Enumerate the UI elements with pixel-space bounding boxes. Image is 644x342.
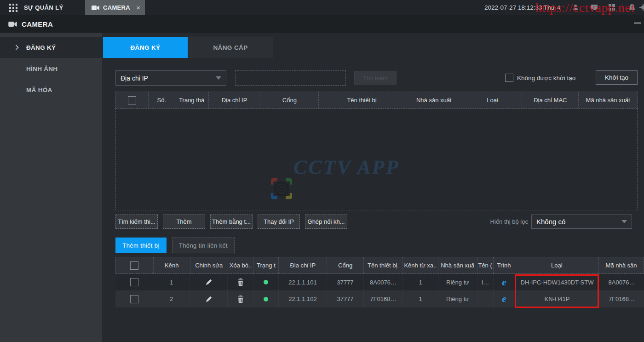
camera-icon xyxy=(8,21,17,27)
col-type: Loại xyxy=(463,92,522,108)
chevron-right-icon xyxy=(15,45,19,50)
ie-browser-icon[interactable]: e xyxy=(502,278,506,287)
cell-remote-channel: 1 xyxy=(402,274,438,290)
cell-device-name: 7F0168… xyxy=(363,290,402,307)
minimize-icon[interactable] xyxy=(634,23,641,23)
tab-register-label: ĐĂNG KÝ xyxy=(130,44,160,51)
tab-upgrade[interactable]: NÂNG CẤP xyxy=(188,37,273,58)
row-checkbox[interactable] xyxy=(130,278,138,286)
col-port: Cổng xyxy=(327,257,363,273)
col-vendor-code: Mã nhà sản xuất xyxy=(578,92,637,108)
cell-status xyxy=(253,274,278,290)
cell-port: 37777 xyxy=(327,290,363,307)
window-header: CAMERA xyxy=(0,15,644,33)
select-all-cell xyxy=(116,92,148,108)
sidebar-item-encode[interactable]: MÃ HÓA xyxy=(0,79,102,100)
select-all-checkbox[interactable] xyxy=(130,261,138,270)
col-device-name: Tên thiết bị. xyxy=(363,257,402,273)
status-online-dot xyxy=(264,280,268,284)
col-port: Cổng xyxy=(260,92,318,108)
cell-status xyxy=(253,290,278,307)
col-status: Trạng thá xyxy=(175,92,208,108)
tab-upgrade-label: NÂNG CẤP xyxy=(213,44,247,51)
trash-icon[interactable] xyxy=(237,296,244,303)
col-remote-channel: Kênh từ xa.. xyxy=(402,257,438,273)
col-delete: Xóa bỏ.. xyxy=(228,257,253,273)
cell-ip: 22.1.1.102 xyxy=(278,290,327,307)
cell-web-browse: e xyxy=(493,274,515,290)
cell-delete xyxy=(227,274,253,290)
button-label: Ghép nối kh... xyxy=(308,218,345,225)
sidebar-item-register[interactable]: ĐĂNG KÝ xyxy=(0,37,102,58)
search-button[interactable]: Tìm kiếm xyxy=(354,71,397,85)
trash-icon[interactable] xyxy=(237,278,244,286)
tab-camera-top[interactable]: CAMERA × xyxy=(85,0,145,15)
settings-icon[interactable] xyxy=(639,4,644,11)
col-edit: Chỉnh sửa xyxy=(190,257,228,273)
chevron-down-icon xyxy=(621,220,627,223)
cell-manufacturer: Riêng tư xyxy=(438,290,477,307)
window-title: CAMERA xyxy=(22,20,53,28)
modify-ip-button[interactable]: Thay đổi IP xyxy=(258,214,300,229)
cell-manufacturer: Riêng tư xyxy=(438,274,477,290)
col-type: Loại xyxy=(515,257,599,273)
manual-add-button[interactable]: Thêm bằng t... xyxy=(210,214,253,229)
col-manufacturer: Nhà sản xuấ xyxy=(438,257,477,273)
home-menu[interactable]: SỰ QUẢN LÝ xyxy=(0,4,85,12)
col-status: Trạng t xyxy=(253,257,278,273)
uninitialized-checkbox[interactable] xyxy=(505,74,513,82)
sidebar: ĐĂNG KÝ HÌNH ẢNH MÃ HÓA xyxy=(0,33,102,342)
button-label: Thêm xyxy=(176,218,191,225)
tab-added-device[interactable]: Thêm thiết bị xyxy=(115,238,167,253)
search-type-dropdown[interactable]: Địa chỉ IP xyxy=(115,70,226,86)
button-label: Tìm kiếm thi... xyxy=(118,218,155,225)
cell-device-name: 8A0076… xyxy=(363,274,402,290)
status-online-dot xyxy=(264,297,268,301)
col-user: Tên ( xyxy=(477,257,493,273)
cell-remote-channel: 1 xyxy=(402,290,438,307)
cell-port: 37777 xyxy=(327,274,363,290)
device-table-body xyxy=(115,109,638,210)
initialize-button-label: Khởi tạo xyxy=(605,74,628,81)
col-channel: Kênh xyxy=(153,257,190,273)
camera-icon xyxy=(92,5,99,11)
add-button[interactable]: Thêm xyxy=(163,214,205,229)
search-input[interactable] xyxy=(235,70,346,86)
tab-link-info-label: Thông tin liên kết xyxy=(179,242,228,249)
tab-register[interactable]: ĐĂNG KÝ xyxy=(103,37,188,58)
sidebar-item-image[interactable]: HÌNH ẢNH xyxy=(0,58,102,79)
search-button-label: Tìm kiếm xyxy=(363,75,387,81)
edit-pencil-icon[interactable] xyxy=(205,296,213,303)
cell-user xyxy=(477,290,493,307)
search-device-button[interactable]: Tìm kiếm thi... xyxy=(115,214,158,229)
cell-vendor-code: 8A0076… xyxy=(599,274,644,290)
edit-pencil-icon[interactable] xyxy=(205,278,213,286)
uninitialized-label: Không được khởi tạo xyxy=(517,70,575,86)
sidebar-item-label: HÌNH ẢNH xyxy=(26,65,58,72)
close-tab-icon[interactable]: × xyxy=(136,4,140,11)
screen: SỰ QUẢN LÝ CAMERA × 2022-07-27 18:12:33 … xyxy=(0,0,644,342)
col-manufacturer: Nhà sản xuất xyxy=(405,92,463,108)
cell-edit xyxy=(190,290,227,307)
cell-web-browse: e xyxy=(493,290,515,307)
initialize-button[interactable]: Khởi tạo xyxy=(596,70,638,85)
sidebar-item-label: ĐĂNG KÝ xyxy=(26,44,56,51)
cell-delete xyxy=(227,290,253,307)
select-all-checkbox[interactable] xyxy=(128,96,136,104)
select-all-cell xyxy=(116,257,153,273)
added-table-header: Kênh Chỉnh sửa Xóa bỏ.. Trạng t Địa chỉ … xyxy=(115,257,644,274)
ie-browser-icon[interactable]: e xyxy=(502,294,506,304)
pairing-button[interactable]: Ghép nối kh... xyxy=(305,214,347,229)
url-watermark: https://cctvapp.net xyxy=(535,0,635,15)
app-title: SỰ QUẢN LÝ xyxy=(24,4,63,11)
sidebar-item-label: MÃ HÓA xyxy=(26,87,52,93)
row-checkbox[interactable] xyxy=(130,295,138,303)
cell-vendor-code: 7F0168… xyxy=(599,290,644,307)
grid-menu-icon[interactable] xyxy=(9,4,17,12)
display-filter-label: Hiển thị bộ lọc xyxy=(469,214,528,229)
cell-edit xyxy=(190,274,227,290)
display-filter-dropdown[interactable]: Không có xyxy=(531,214,632,229)
tab-link-info[interactable]: Thông tin liên kết xyxy=(172,238,235,253)
col-ip: Địa chỉ IP xyxy=(208,92,260,108)
col-vendor-code: Mã nhà sản xyxy=(598,257,644,273)
